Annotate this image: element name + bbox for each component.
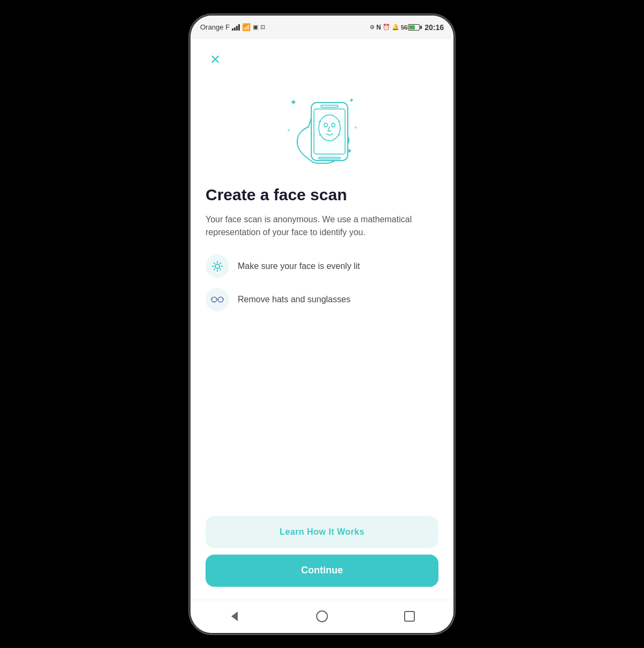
svg-point-26 [218,297,223,302]
svg-line-23 [214,269,215,270]
tip-item-lighting: Make sure your face is evenly lit [206,254,438,278]
tip-item-accessories: Remove hats and sunglasses [206,288,438,311]
status-right: ⊛ N ⏰ 🔔 56 20:16 [370,23,444,32]
svg-text:+: + [287,127,290,133]
svg-point-25 [211,297,216,302]
glasses-icon [211,293,224,306]
battery-icon: 56 [401,24,422,31]
back-icon [231,611,238,621]
svg-rect-6 [314,109,345,154]
tracking-icon: ⊛ [370,24,375,31]
svg-line-22 [220,269,221,270]
tip-icon-circle-accessories [206,288,229,311]
close-icon: ✕ [210,53,221,66]
page-description: Your face scan is anonymous. We use a ma… [206,213,438,240]
svg-text:✦: ✦ [290,98,297,107]
sim-icon: ▣ [253,24,258,31]
phone-frame: Orange F 📶 ▣ ⊡ ⊛ N ⏰ 🔔 56 20:16 [191,16,453,633]
svg-text:✦: ✦ [349,97,354,104]
nav-bar [191,600,453,633]
status-left: Orange F 📶 ▣ ⊡ [200,23,265,31]
wifi-icon: 📶 [242,23,251,31]
back-button[interactable] [224,606,245,627]
sun-icon [211,260,224,273]
close-button[interactable]: ✕ [206,50,225,69]
buttons-section: Learn How It Works Continue [206,516,438,591]
mute-icon: 🔔 [392,24,399,31]
svg-line-24 [220,263,221,264]
learn-how-button[interactable]: Learn How It Works [206,516,438,548]
home-icon [316,610,328,622]
svg-line-21 [214,263,215,264]
svg-point-16 [215,264,219,268]
carrier-label: Orange F [200,23,230,31]
n-icon: N [376,24,381,31]
main-content: ✕ ✦ ✦ + + ✦ [191,39,453,600]
signal-bars [232,24,240,31]
tip-icon-circle-lighting [206,254,229,278]
home-button[interactable] [311,606,333,627]
recents-button[interactable] [399,606,420,627]
tips-list: Make sure your face is evenly lit [206,254,438,311]
time-label: 20:16 [425,23,444,32]
status-bar: Orange F 📶 ▣ ⊡ ⊛ N ⏰ 🔔 56 20:16 [191,16,453,39]
page-title: Create a face scan [206,185,438,205]
face-scan-illustration: ✦ ✦ + + ✦ [206,75,438,177]
svg-line-29 [223,298,224,300]
phone-hand-svg: ✦ ✦ + + ✦ [279,76,365,175]
tip-text-accessories: Remove hats and sunglasses [238,295,350,304]
spacer [206,327,438,515]
svg-line-28 [211,298,211,300]
tip-text-lighting: Make sure your face is evenly lit [238,261,360,271]
alarm-icon: ⏰ [383,24,390,31]
cast-icon: ⊡ [260,24,265,31]
svg-text:+: + [354,125,357,130]
recents-icon [404,611,415,622]
continue-button[interactable]: Continue [206,555,438,587]
